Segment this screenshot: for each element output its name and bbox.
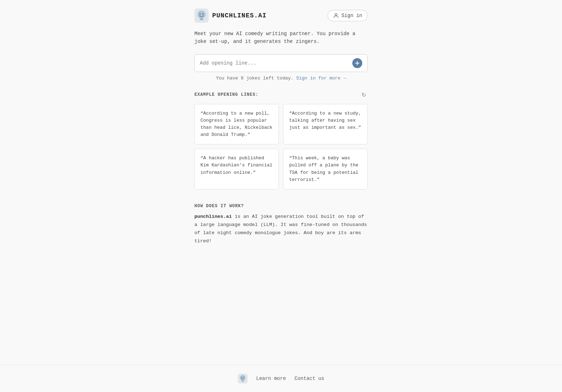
svg-point-10 — [240, 375, 245, 380]
learn-more-link[interactable]: Learn more — [256, 376, 286, 381]
examples-grid: “According to a new poll, Congress is le… — [194, 104, 368, 189]
contact-us-link[interactable]: Contact us — [294, 376, 324, 381]
examples-title: EXAMPLE OPENING LINES: — [194, 92, 258, 97]
logo-area: PUNCHLINES.AI — [194, 9, 266, 23]
example-card-4[interactable]: “This week, a baby was pulled off a plan… — [283, 149, 368, 189]
examples-header: EXAMPLE OPENING LINES: ↻ — [194, 91, 368, 99]
submit-button[interactable] — [352, 58, 362, 68]
examples-section: EXAMPLE OPENING LINES: ↻ “According to a… — [194, 91, 368, 189]
refresh-examples-button[interactable]: ↻ — [360, 91, 368, 99]
sign-in-button[interactable]: Sign in — [327, 10, 368, 21]
footer: Learn more Contact us — [0, 365, 562, 392]
opening-line-input[interactable] — [200, 60, 352, 66]
how-title: HOW DOES IT WORK? — [194, 204, 368, 209]
how-description: punchlines.ai is an AI joke generation t… — [194, 213, 368, 245]
plus-icon — [355, 61, 360, 66]
svg-point-12 — [243, 377, 244, 378]
svg-rect-5 — [199, 19, 204, 20]
tagline: Meet your new AI comedy writing partner.… — [194, 30, 368, 46]
svg-point-11 — [241, 377, 242, 378]
how-section: HOW DOES IT WORK? punchlines.ai is an AI… — [194, 204, 368, 245]
example-card-1[interactable]: “According to a new poll, Congress is le… — [194, 104, 279, 145]
jokes-left-notice: You have 8 jokes left today. Sign in for… — [194, 76, 368, 81]
footer-logo-icon — [238, 374, 248, 383]
logo-icon — [194, 9, 209, 23]
header: PUNCHLINES.AI Sign in — [194, 9, 368, 23]
svg-rect-14 — [241, 381, 244, 382]
svg-point-3 — [202, 13, 204, 15]
logo-text: PUNCHLINES.AI — [212, 12, 266, 19]
svg-point-2 — [199, 13, 201, 15]
example-card-2[interactable]: “According to a new study, talking after… — [283, 104, 368, 145]
svg-point-6 — [335, 13, 337, 16]
brand-name: punchlines.ai — [194, 214, 232, 219]
sign-in-for-more-link[interactable]: Sign in for more → — [296, 76, 346, 81]
example-card-3[interactable]: “A hacker has published Kim Kardashian’s… — [194, 149, 279, 189]
user-icon — [333, 12, 339, 19]
svg-point-1 — [198, 11, 205, 18]
input-area — [194, 54, 368, 72]
